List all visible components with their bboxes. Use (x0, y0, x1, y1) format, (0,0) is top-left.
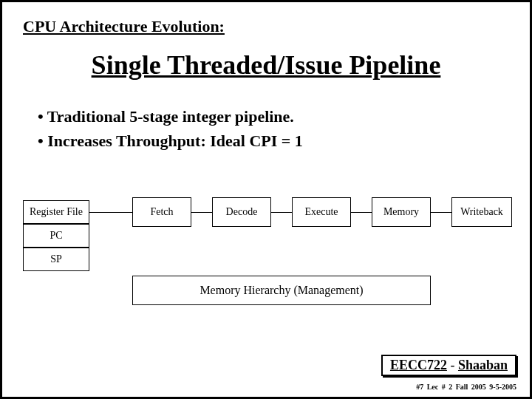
box-writeback: Writeback (451, 197, 512, 227)
box-decode: Decode (212, 197, 271, 227)
connector (351, 212, 372, 213)
bullet-item: Traditional 5-stage integer pipeline. (38, 104, 303, 129)
box-memory-hierarchy: Memory Hierarchy (Management) (132, 276, 431, 305)
footer-author: Shaaban (458, 358, 508, 372)
box-pc: PC (23, 224, 89, 248)
connector (191, 212, 212, 213)
bullet-list: Traditional 5-stage integer pipeline. In… (38, 104, 303, 153)
slide-frame: CPU Architecture Evolution: Single Threa… (0, 0, 532, 399)
footer-dash: - (447, 358, 458, 372)
box-execute: Execute (292, 197, 351, 227)
footer-course-box: EECC722 - Shaaban (381, 355, 516, 376)
connector (89, 212, 132, 213)
connector (271, 212, 292, 213)
footer-meta: #7 Lec # 2 Fall 2005 9-5-2005 (416, 383, 516, 391)
pipeline-diagram: Register File PC SP Fetch Decode Execute… (23, 187, 512, 335)
box-fetch: Fetch (132, 197, 191, 227)
box-memory: Memory (372, 197, 431, 227)
footer-course-code: EECC722 (390, 358, 447, 372)
box-sp: SP (23, 248, 89, 271)
slide-title: Single Threaded/Issue Pipeline (2, 50, 530, 81)
slide-overline: CPU Architecture Evolution: (23, 17, 225, 36)
connector (431, 212, 451, 213)
box-register-file: Register File (23, 200, 89, 224)
bullet-item: Increases Throughput: Ideal CPI = 1 (38, 129, 303, 153)
